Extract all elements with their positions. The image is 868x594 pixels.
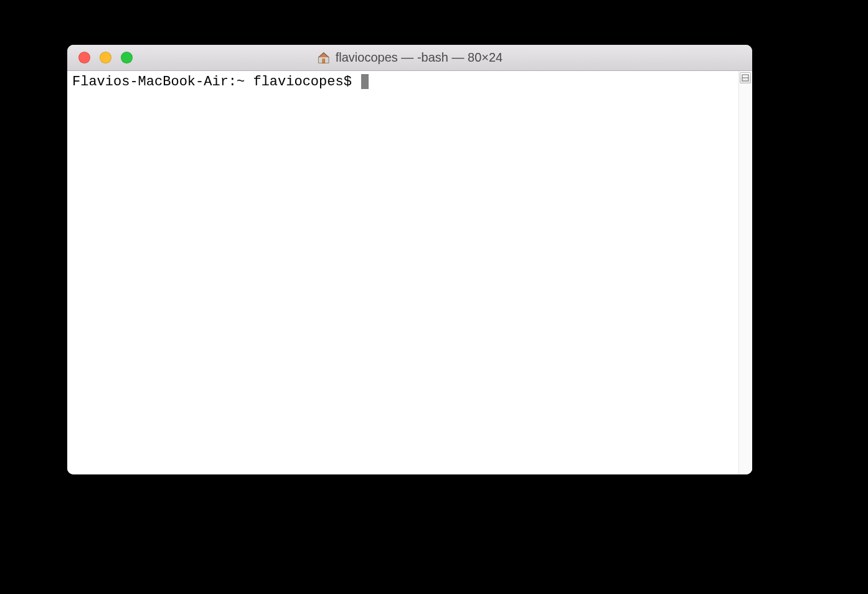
window-title: flaviocopes — -bash — 80×24 xyxy=(336,50,503,65)
minimize-button[interactable] xyxy=(100,52,111,64)
scrollbar-track[interactable] xyxy=(738,71,752,474)
terminal-body: Flavios-MacBook-Air:~ flaviocopes$ xyxy=(67,71,752,474)
traffic-lights xyxy=(67,52,133,64)
scrollbar-toggle-icon[interactable] xyxy=(740,72,751,83)
shell-prompt: Flavios-MacBook-Air:~ flaviocopes$ xyxy=(72,74,360,90)
zoom-button[interactable] xyxy=(121,52,133,64)
terminal-window: flaviocopes — -bash — 80×24 Flavios-MacB… xyxy=(67,45,752,474)
home-icon xyxy=(317,51,331,65)
svg-rect-0 xyxy=(323,59,325,62)
window-title-container: flaviocopes — -bash — 80×24 xyxy=(317,50,503,65)
terminal-content[interactable]: Flavios-MacBook-Air:~ flaviocopes$ xyxy=(67,71,738,474)
cursor xyxy=(361,74,369,89)
close-button[interactable] xyxy=(78,52,90,64)
window-titlebar[interactable]: flaviocopes — -bash — 80×24 xyxy=(67,45,752,71)
